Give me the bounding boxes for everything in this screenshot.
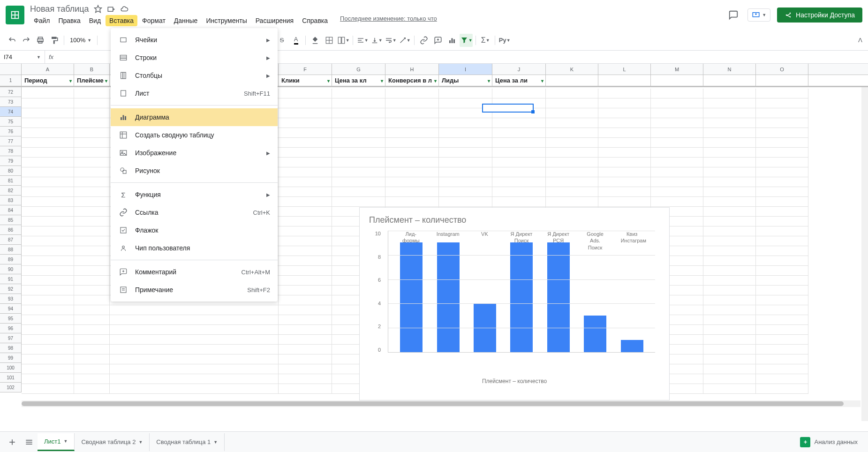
header-cell[interactable]: Плейсме▾	[74, 75, 110, 86]
filter-icon[interactable]: ▾	[105, 78, 107, 83]
cell[interactable]	[492, 89, 546, 98]
cell[interactable]	[279, 128, 332, 138]
cell[interactable]	[703, 345, 756, 354]
cell[interactable]	[703, 295, 756, 305]
menu-item-Диаграмма[interactable]: Диаграмма	[111, 108, 278, 126]
cell[interactable]	[651, 187, 703, 197]
cell[interactable]	[279, 286, 332, 295]
horizontal-scrollbar[interactable]	[22, 400, 860, 407]
cell[interactable]	[756, 335, 808, 345]
borders-button[interactable]	[323, 34, 336, 47]
sheets-app-icon[interactable]	[6, 6, 24, 24]
cell[interactable]	[598, 177, 651, 187]
cell[interactable]	[439, 128, 492, 138]
cell[interactable]	[279, 315, 332, 325]
cell[interactable]	[703, 325, 756, 335]
menu-данные[interactable]: Данные	[170, 15, 202, 26]
cell[interactable]	[651, 89, 703, 98]
cell[interactable]	[703, 246, 756, 256]
cell[interactable]	[22, 335, 74, 345]
sheet-tab[interactable]: Сводная таблица 1▼	[150, 433, 225, 451]
column-header[interactable]: B	[74, 64, 110, 75]
header-cell[interactable]	[703, 75, 756, 86]
cell[interactable]	[492, 187, 546, 197]
cell[interactable]	[703, 158, 756, 167]
cell[interactable]	[74, 246, 110, 256]
menu-правка[interactable]: Правка	[54, 15, 84, 26]
cell[interactable]	[651, 118, 703, 128]
explore-button[interactable]: + Анализ данных	[793, 433, 864, 451]
cell[interactable]	[439, 197, 492, 207]
print-button[interactable]	[34, 34, 47, 47]
cell[interactable]	[332, 197, 385, 207]
chart-bar[interactable]	[510, 242, 533, 352]
cell[interactable]	[492, 167, 546, 177]
row-header[interactable]: 84	[0, 205, 21, 215]
cell[interactable]	[651, 167, 703, 177]
cell[interactable]	[22, 167, 74, 177]
column-header[interactable]: I	[439, 64, 492, 75]
cell[interactable]	[546, 197, 598, 207]
sheet-tab[interactable]: Сводная таблица 2▼	[75, 433, 150, 451]
cell[interactable]	[22, 158, 74, 167]
cell[interactable]	[703, 98, 756, 108]
cell[interactable]	[279, 276, 332, 286]
cell[interactable]	[756, 148, 808, 158]
cell[interactable]	[74, 207, 110, 217]
redo-button[interactable]	[20, 34, 33, 47]
cell[interactable]	[756, 226, 808, 236]
chart-bar[interactable]	[584, 316, 606, 352]
cell[interactable]	[110, 364, 279, 374]
cell[interactable]	[598, 138, 651, 148]
row-header[interactable]: 78	[0, 146, 21, 156]
cell[interactable]	[74, 305, 110, 315]
filter-icon[interactable]: ▾	[327, 78, 330, 83]
fill-color-button[interactable]	[309, 34, 322, 47]
row-header[interactable]: 101	[0, 373, 21, 383]
cell[interactable]	[703, 177, 756, 187]
column-header[interactable]: J	[492, 64, 546, 75]
cell[interactable]	[332, 89, 385, 98]
cell[interactable]	[74, 108, 110, 118]
cell[interactable]	[756, 315, 808, 325]
cell[interactable]	[74, 98, 110, 108]
share-button[interactable]: Настройки Доступа	[777, 8, 862, 23]
cell[interactable]	[279, 207, 332, 217]
cell[interactable]	[598, 108, 651, 118]
cell[interactable]	[332, 177, 385, 187]
cell[interactable]	[110, 305, 279, 315]
document-title[interactable]: Новая таблица	[30, 4, 89, 14]
row-header[interactable]: 99	[0, 353, 21, 363]
cell[interactable]	[703, 354, 756, 364]
header-cell[interactable]	[598, 75, 651, 86]
cell[interactable]	[332, 187, 385, 197]
cell[interactable]	[74, 167, 110, 177]
cell[interactable]	[279, 158, 332, 167]
cell[interactable]	[439, 89, 492, 98]
cell[interactable]	[332, 167, 385, 177]
cell[interactable]	[703, 187, 756, 197]
cell[interactable]	[74, 315, 110, 325]
cell[interactable]	[756, 276, 808, 286]
menu-item-Флажок[interactable]: Флажок	[111, 221, 278, 239]
move-icon[interactable]	[107, 5, 115, 13]
cell[interactable]	[332, 98, 385, 108]
cell[interactable]	[74, 197, 110, 207]
row-header[interactable]: 1	[0, 75, 21, 87]
cell[interactable]	[332, 128, 385, 138]
cell[interactable]	[756, 266, 808, 276]
cell[interactable]	[546, 128, 598, 138]
cell[interactable]	[546, 167, 598, 177]
cell[interactable]	[279, 345, 332, 354]
cell[interactable]	[492, 177, 546, 187]
cell[interactable]	[651, 128, 703, 138]
menu-вставка[interactable]: Вставка	[106, 15, 137, 26]
row-header[interactable]: 98	[0, 343, 21, 353]
cell[interactable]	[74, 256, 110, 266]
row-header[interactable]: 79	[0, 156, 21, 166]
cell[interactable]	[703, 118, 756, 128]
valign-button[interactable]: ▼	[370, 34, 383, 47]
cell[interactable]	[22, 345, 74, 354]
cell[interactable]	[546, 138, 598, 148]
fill-handle[interactable]	[531, 110, 535, 113]
